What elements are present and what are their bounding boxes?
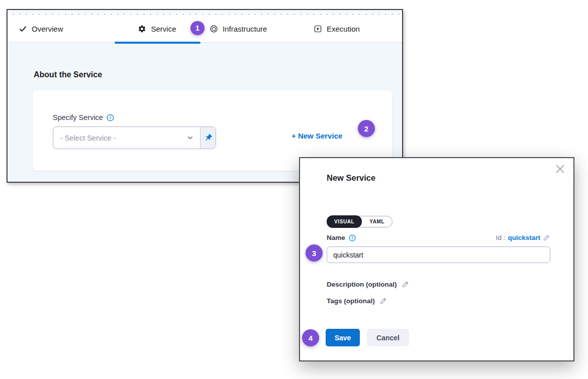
- name-row: Name Id : quickstart: [327, 234, 550, 241]
- toggle-visual[interactable]: VISUAL: [327, 215, 362, 228]
- info-icon[interactable]: [107, 114, 114, 121]
- toggle-yaml[interactable]: YAML: [362, 216, 392, 227]
- pin-service-button[interactable]: [200, 127, 216, 149]
- new-service-link[interactable]: + New Service: [291, 132, 342, 140]
- edit-pencil-icon[interactable]: [402, 280, 410, 288]
- gear-icon: [138, 25, 146, 33]
- description-optional-row[interactable]: Description (optional): [327, 280, 410, 288]
- tab-execution[interactable]: Execution: [314, 15, 360, 43]
- pin-icon: [204, 134, 213, 142]
- ruler-tick-strip: [8, 10, 402, 15]
- section-heading: About the Service: [34, 70, 102, 79]
- edit-id-pencil-icon[interactable]: [543, 234, 550, 241]
- id-value: quickstart: [508, 234, 540, 241]
- modal-actions: Save Cancel: [326, 329, 409, 346]
- save-button[interactable]: Save: [326, 329, 360, 346]
- tags-optional-row[interactable]: Tags (optional): [327, 297, 387, 305]
- close-icon[interactable]: [554, 163, 566, 175]
- visual-yaml-toggle: VISUAL YAML: [327, 216, 393, 227]
- service-name-input[interactable]: [327, 246, 550, 263]
- tab-label: Infrastructure: [223, 25, 267, 33]
- cancel-button[interactable]: Cancel: [367, 329, 409, 346]
- tab-service[interactable]: Service: [111, 15, 204, 43]
- new-service-modal: New Service VISUAL YAML Name Id : quicks…: [299, 157, 574, 361]
- tab-overview[interactable]: Overview: [19, 15, 63, 43]
- service-select-group: - Select Service -: [53, 127, 216, 149]
- description-label: Description (optional): [327, 281, 397, 288]
- specify-service-label: Specify Service: [53, 113, 114, 121]
- chevron-down-icon: [186, 134, 194, 142]
- service-select-dropdown[interactable]: - Select Service -: [53, 127, 200, 149]
- edit-pencil-icon[interactable]: [379, 297, 387, 305]
- step-badge-3: 3: [306, 244, 323, 262]
- tab-label: Execution: [327, 25, 360, 33]
- step-badge-1: 1: [190, 21, 205, 35]
- active-tab-underline: [115, 42, 201, 44]
- id-prefix: Id :: [496, 234, 506, 241]
- execution-icon: [314, 25, 322, 33]
- info-icon[interactable]: [349, 234, 356, 241]
- select-placeholder: - Select Service -: [60, 134, 186, 142]
- tab-label: Service: [151, 25, 176, 33]
- step-badge-2: 2: [358, 120, 375, 137]
- step-badge-4: 4: [302, 329, 319, 346]
- tab-infrastructure[interactable]: Infrastructure: [210, 15, 267, 43]
- tags-label: Tags (optional): [327, 297, 375, 305]
- infrastructure-icon: [210, 25, 218, 33]
- modal-title: New Service: [327, 173, 375, 183]
- check-icon: [19, 25, 27, 33]
- tab-label: Overview: [32, 25, 63, 33]
- stage-tab-bar: Overview Service Infrastructure Executio…: [8, 15, 402, 43]
- service-id-line: Id : quickstart: [496, 234, 550, 241]
- name-label: Name: [327, 234, 356, 241]
